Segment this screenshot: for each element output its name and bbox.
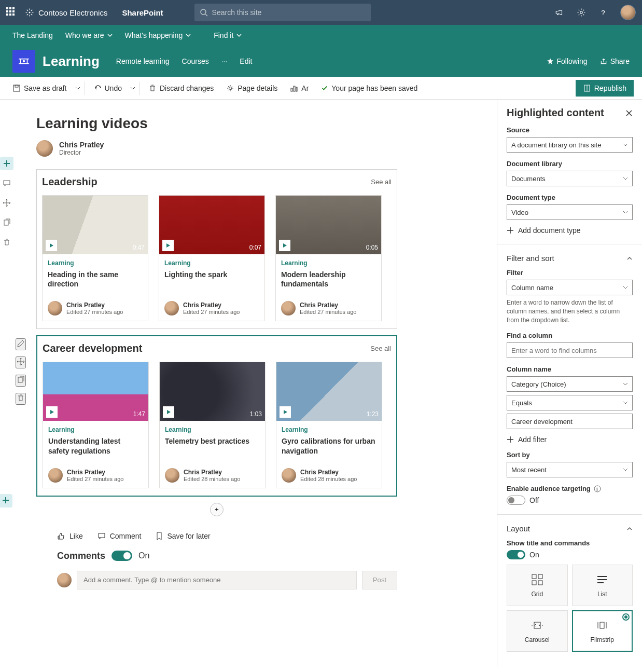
value-select[interactable]: Career development: [507, 414, 633, 429]
move-button[interactable]: [0, 196, 13, 210]
megaphone-icon[interactable]: [555, 8, 564, 17]
section-title[interactable]: Leadership: [42, 176, 97, 188]
comment-icon: [3, 179, 11, 187]
operator-select[interactable]: Equals: [507, 395, 633, 410]
edit-button[interactable]: [0, 176, 13, 190]
save-label: Save for later: [167, 532, 210, 540]
save-later-button[interactable]: Save for later: [156, 532, 210, 540]
nav-courses[interactable]: Courses: [182, 57, 209, 65]
chevron-down-icon[interactable]: [130, 86, 135, 91]
add-filter-button[interactable]: Add filter: [507, 435, 633, 444]
site-logo[interactable]: [12, 50, 35, 73]
show-title-toggle[interactable]: [507, 550, 525, 559]
add-section-button-2[interactable]: [0, 494, 12, 508]
layout-option-carousel[interactable]: Carousel: [507, 610, 568, 652]
video-card[interactable]: 1:23 Learning Gyro calibrations for urba…: [276, 362, 382, 488]
move-webpart-button[interactable]: [16, 356, 26, 368]
save-draft-button[interactable]: Save as draft: [8, 81, 71, 95]
edit-webpart-button[interactable]: [16, 338, 26, 350]
source-label: Source: [507, 126, 633, 134]
nav-edit[interactable]: Edit: [240, 57, 252, 65]
tenant-brand[interactable]: Contoso Electronics: [25, 8, 107, 17]
svg-rect-27: [534, 622, 540, 628]
settings-icon[interactable]: [577, 8, 586, 17]
follow-button[interactable]: Following: [547, 57, 588, 65]
hub-nav-who[interactable]: Who we are: [65, 31, 113, 39]
comment-input[interactable]: [77, 571, 357, 589]
add-doctype-button[interactable]: Add document type: [507, 226, 633, 235]
highlighted-content-webpart[interactable]: Career developmentSee all 1:47 Learning …: [36, 335, 397, 496]
column-name-select[interactable]: Category (Choice): [507, 376, 633, 392]
doctype-value: Video: [511, 209, 528, 216]
hub-nav-landing[interactable]: The Landing: [12, 31, 53, 39]
layout-option-filmstrip[interactable]: Filmstrip: [572, 610, 633, 652]
card-title: Lighting the spark: [164, 270, 259, 279]
hub-nav-findit[interactable]: Find it: [214, 31, 242, 39]
filter-sort-header[interactable]: Filter and sort: [507, 254, 633, 263]
duration: 1:03: [250, 410, 262, 418]
duplicate-webpart-button[interactable]: [16, 375, 26, 387]
republish-button[interactable]: Republish: [576, 80, 634, 97]
audience-toggle[interactable]: [507, 496, 525, 505]
doclib-select[interactable]: Documents: [507, 171, 633, 186]
comment-icon: [97, 532, 106, 540]
layout-option-grid[interactable]: Grid: [507, 565, 568, 606]
like-button[interactable]: Like: [57, 532, 83, 540]
card-author-name: Chris Pratley: [66, 301, 123, 309]
app-name[interactable]: SharePoint: [122, 8, 163, 17]
share-button[interactable]: Share: [600, 57, 630, 65]
video-card[interactable]: 0:47 Learning Heading in the same direct…: [42, 195, 148, 321]
comment-button[interactable]: Comment: [97, 532, 142, 540]
post-button[interactable]: Post: [362, 571, 397, 589]
comments-toggle[interactable]: [111, 551, 132, 561]
card-author-avatar: [48, 468, 63, 483]
filter-select[interactable]: Column name: [507, 280, 633, 295]
svg-point-0: [29, 12, 31, 13]
undo-button[interactable]: Undo: [89, 81, 126, 95]
video-card[interactable]: 0:05 Learning Modern leadership fundamen…: [275, 195, 382, 321]
user-avatar[interactable]: [620, 5, 636, 20]
add-filter-label: Add filter: [518, 435, 547, 444]
comment-label: Comment: [110, 532, 142, 540]
layout-option-list[interactable]: List: [572, 565, 633, 606]
see-all-link[interactable]: See all: [370, 345, 391, 352]
page-title[interactable]: Learning videos: [36, 115, 397, 132]
page-details-button[interactable]: Page details: [222, 81, 282, 95]
find-column-input[interactable]: [507, 342, 633, 358]
video-card[interactable]: 1:47 Learning Understanding latest safet…: [43, 362, 149, 488]
doctype-select[interactable]: Video: [507, 204, 633, 220]
section-title[interactable]: Career development: [43, 342, 142, 354]
video-card[interactable]: 0:07 Learning Lighting the spark Chris P…: [159, 195, 265, 321]
sortby-select[interactable]: Most recent: [507, 462, 633, 477]
app-launcher-icon[interactable]: [6, 7, 17, 18]
duration: 0:07: [249, 244, 261, 251]
layout-name: Filmstrip: [591, 636, 614, 643]
analytics-label: Ar: [301, 84, 309, 92]
chevron-down-icon[interactable]: [75, 86, 80, 91]
delete-webpart-button[interactable]: [16, 393, 26, 405]
hub-nav-happening[interactable]: What's happening: [125, 31, 191, 39]
page-author[interactable]: Chris Pratley Director: [36, 140, 397, 157]
plus-icon: [2, 497, 9, 504]
help-icon[interactable]: ?: [598, 8, 608, 17]
discard-button[interactable]: Discard changes: [144, 81, 218, 95]
layout-header[interactable]: Layout: [507, 524, 633, 533]
search-input[interactable]: [212, 8, 366, 17]
search-box[interactable]: [194, 4, 371, 21]
video-card[interactable]: 1:03 Learning Telemetry best practices C…: [159, 362, 266, 488]
add-section-button[interactable]: [0, 157, 13, 170]
site-title[interactable]: Learning: [43, 53, 100, 70]
doctype-label: Document type: [507, 194, 633, 201]
add-section-inline-button[interactable]: +: [210, 503, 224, 516]
like-icon: [57, 532, 65, 540]
nav-more[interactable]: ···: [221, 57, 228, 65]
copy-button[interactable]: [0, 216, 13, 229]
close-icon[interactable]: [625, 109, 633, 117]
delete-button[interactable]: [0, 236, 13, 249]
highlighted-content-webpart[interactable]: LeadershipSee all 0:47 Learning Heading …: [36, 169, 397, 329]
see-all-link[interactable]: See all: [371, 178, 392, 186]
analytics-button[interactable]: Ar: [286, 81, 313, 95]
source-select[interactable]: A document library on this site: [507, 137, 633, 153]
nav-remote[interactable]: Remote learning: [116, 57, 170, 65]
info-icon[interactable]: i: [594, 485, 601, 492]
